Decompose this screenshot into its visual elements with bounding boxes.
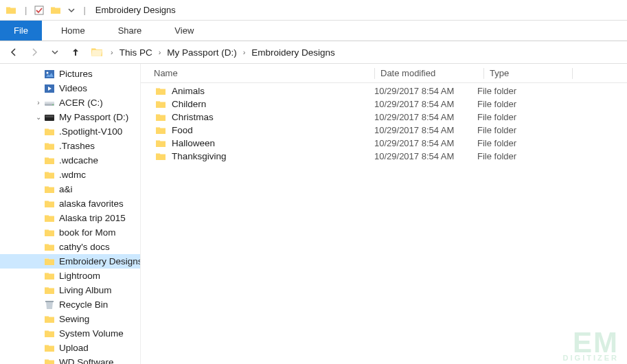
window-title: Embroidery Designs (95, 5, 176, 15)
forward-button[interactable] (26, 44, 43, 60)
file-name: Animals (172, 86, 374, 96)
tree-item[interactable]: .wdmc (0, 168, 140, 182)
body: ›Pictures›Videos›ACER (C:)⌄My Passport (… (0, 64, 627, 364)
folder-icon (44, 198, 55, 209)
breadcrumb-chevron[interactable]: › (240, 48, 249, 56)
folder-icon (44, 213, 55, 224)
tree-item-label: .Spotlight-V100 (59, 126, 140, 137)
tree-item-label: Living Album (59, 285, 140, 295)
tree-item[interactable]: a&i (0, 182, 140, 196)
folder-icon (155, 112, 166, 123)
column-separator[interactable] (483, 68, 484, 79)
folder-icon (155, 86, 166, 97)
tree-item-label: Upload (59, 343, 140, 353)
folder-icon (44, 357, 55, 365)
tree-item[interactable]: cathy's docs (0, 240, 140, 254)
column-type[interactable]: Type (490, 68, 572, 78)
up-button[interactable] (67, 44, 84, 60)
breadcrumb-chevron[interactable]: › (155, 48, 165, 56)
folder-icon (44, 126, 55, 137)
column-separator[interactable] (374, 68, 375, 79)
navigation-tree[interactable]: ›Pictures›Videos›ACER (C:)⌄My Passport (… (0, 64, 141, 364)
breadcrumb-crumb[interactable]: My Passport (D:) (164, 47, 239, 58)
column-name[interactable]: Name (141, 68, 374, 78)
breadcrumb-crumb[interactable]: Embroidery Designs (249, 47, 338, 58)
column-date[interactable]: Date modified (380, 68, 483, 78)
column-separator[interactable] (572, 68, 573, 79)
file-date: 10/29/2017 8:54 AM (374, 99, 477, 109)
recent-dropdown-button[interactable] (47, 44, 63, 60)
tree-item-label: My Passport (D:) (59, 112, 140, 122)
folder-icon (44, 314, 55, 325)
nav-bar: › This PC › My Passport (D:) › Embroider… (0, 41, 627, 64)
tree-item[interactable]: Sewing (0, 312, 140, 326)
tree-item[interactable]: WD Software (0, 355, 140, 364)
file-date: 10/29/2017 8:54 AM (374, 112, 477, 122)
tree-item[interactable]: .Trashes (0, 139, 140, 153)
tree-item[interactable]: Upload (0, 341, 140, 355)
file-type: File folder (477, 151, 516, 161)
file-row[interactable]: Christmas10/29/2017 8:54 AMFile folder (141, 111, 627, 124)
expand-toggle-icon[interactable]: ⌄ (34, 113, 43, 121)
tab-file[interactable]: File (0, 21, 42, 41)
tree-item[interactable]: Living Album (0, 283, 140, 297)
folder-icon (44, 256, 55, 267)
tree-item[interactable]: Embroidery Designs (0, 254, 140, 269)
folder-icon (155, 99, 166, 110)
folder-icon (155, 125, 166, 136)
tree-item-label: alaska favorites (59, 198, 140, 209)
folder-icon (44, 184, 55, 195)
drive-ext-icon (44, 112, 55, 123)
tree-item[interactable]: book for Mom (0, 225, 140, 240)
tree-item-label: cathy's docs (59, 242, 140, 252)
tree-item[interactable]: Lightroom (0, 269, 140, 283)
file-name: Halloween (172, 138, 374, 148)
tab-share[interactable]: Share (104, 21, 156, 41)
file-row[interactable]: Thanksgiving10/29/2017 8:54 AMFile folde… (141, 150, 627, 163)
tree-item-label: Videos (59, 83, 140, 93)
folder-icon (44, 242, 55, 253)
tree-item[interactable]: System Volume (0, 326, 140, 341)
file-row[interactable]: Childern10/29/2017 8:54 AMFile folder (141, 98, 627, 111)
expand-toggle-icon[interactable]: › (34, 99, 43, 106)
tree-item[interactable]: ⌄My Passport (D:) (0, 110, 140, 124)
folder-icon (44, 141, 55, 152)
breadcrumb-crumb[interactable]: This PC (117, 47, 155, 58)
tree-item-label: .Trashes (59, 141, 140, 151)
title-divider-2: | (83, 5, 85, 15)
content-pane: Name Date modified Type Animals10/29/201… (141, 64, 627, 364)
folder-icon (44, 227, 55, 238)
tree-item-label: Pictures (59, 69, 140, 79)
tree-item-label: a&i (59, 184, 140, 194)
qat-folder-icon[interactable] (50, 5, 61, 16)
back-button[interactable] (5, 44, 22, 60)
recycle-bin-icon (44, 299, 55, 310)
tree-item[interactable]: .Spotlight-V100 (0, 124, 140, 139)
title-divider: | (25, 5, 27, 15)
tree-item-label: System Volume (59, 328, 140, 339)
folder-icon (44, 328, 55, 339)
tree-item[interactable]: Alaska trip 2015 (0, 211, 140, 225)
tree-item[interactable]: .wdcache (0, 153, 140, 168)
file-row[interactable]: Animals10/29/2017 8:54 AMFile folder (141, 84, 627, 98)
file-type: File folder (477, 112, 516, 122)
file-name: Thanksgiving (172, 151, 374, 161)
tree-item[interactable]: ›ACER (C:) (0, 95, 140, 110)
tree-item[interactable]: alaska favorites (0, 196, 140, 211)
watermark-sub: DIGITIZER (563, 355, 619, 361)
file-row[interactable]: Halloween10/29/2017 8:54 AMFile folder (141, 137, 627, 150)
breadcrumb[interactable]: › This PC › My Passport (D:) › Embroider… (91, 46, 622, 58)
tree-item[interactable]: ›Pictures (0, 67, 140, 81)
tab-home[interactable]: Home (47, 21, 99, 41)
qat-dropdown-icon[interactable] (68, 7, 75, 14)
ribbon-tabs: File Home Share View (0, 21, 627, 41)
tree-item-label: Sewing (59, 314, 140, 324)
tab-view[interactable]: View (161, 21, 207, 41)
qat-checkbox-icon[interactable] (34, 5, 45, 16)
tree-item[interactable]: Recycle Bin (0, 297, 140, 312)
file-list: Animals10/29/2017 8:54 AMFile folderChil… (141, 83, 627, 364)
file-row[interactable]: Food10/29/2017 8:54 AMFile folder (141, 124, 627, 137)
tree-item[interactable]: ›Videos (0, 81, 140, 95)
breadcrumb-chevron[interactable]: › (107, 48, 117, 56)
pictures-icon (44, 69, 55, 80)
